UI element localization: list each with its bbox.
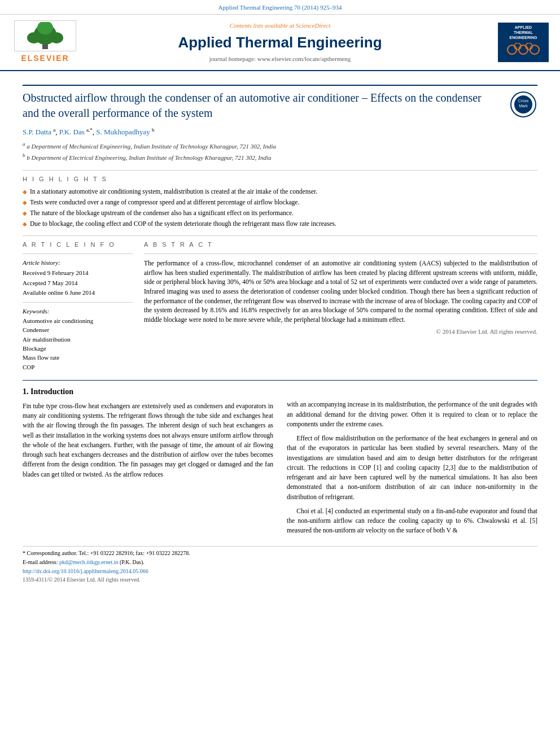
keyword-4: Blockage (23, 344, 133, 353)
highlights-rule (23, 235, 537, 236)
article-info-col: A R T I C L E I N F O Article history: R… (23, 241, 133, 373)
page-wrapper: Applied Thermal Engineering 70 (2014) 92… (0, 0, 560, 747)
affiliations: a a Department of Mechanical Engineering… (23, 141, 537, 162)
top-rule (23, 85, 537, 86)
intro-right-para-3: Choi et al. [4] conducted an experimenta… (287, 506, 537, 536)
svg-point-3 (50, 32, 63, 43)
article-info-header: A R T I C L E I N F O (23, 241, 133, 249)
keywords-rule (23, 302, 133, 303)
diamond-icon-4: ◆ (23, 220, 27, 228)
intro-right-para-2: Effect of flow maldistribution on the pe… (287, 434, 537, 502)
keyword-2: Condenser (23, 326, 133, 334)
abstract-header-rule (144, 254, 537, 254)
info-abstract-section: A R T I C L E I N F O Article history: R… (23, 241, 537, 373)
article-content: Obstructed airflow through the condenser… (0, 71, 560, 593)
corresponding-author-note: * Corresponding author. Tel.: +91 03222 … (23, 549, 537, 557)
article-title-section: Obstructed airflow through the condenser… (23, 90, 537, 121)
introduction-section: 1. Introduction Fin tube type cross-flow… (23, 386, 537, 540)
keyword-6: COP (23, 363, 133, 372)
crossmark-badge[interactable]: Cross Mark (509, 90, 537, 119)
highlight-item-2: ◆ Tests were conducted over a range of c… (23, 198, 537, 207)
affil-rule (23, 170, 537, 171)
info-header-rule (23, 254, 133, 254)
logo-circles (506, 43, 540, 60)
section-heading: 1. Introduction (23, 386, 273, 397)
journal-title-section: Contents lists available at ScienceDirec… (79, 21, 481, 64)
author-pk-das[interactable]: P.K. Das (59, 128, 85, 136)
keyword-3: Air maldistribution (23, 335, 133, 344)
received-date: Received 9 February 2014 (23, 269, 133, 277)
elsevier-label: ELSEVIER (21, 53, 69, 64)
svg-text:Mark: Mark (519, 104, 528, 108)
author-sp-datta[interactable]: S.P. Datta (23, 128, 51, 136)
abstract-header: A B S T R A C T (144, 241, 537, 249)
author-s-mukhopadhyay[interactable]: S. Mukhopadhyay (96, 128, 150, 136)
abstract-copyright: © 2014 Elsevier Ltd. All rights reserved… (144, 327, 537, 337)
accepted-date: Accepted 7 May 2014 (23, 279, 133, 287)
logo-title-text: APPLIEDTHERMALENGINEERING (509, 25, 537, 40)
svg-point-6 (519, 45, 528, 54)
elsevier-logo-section: ELSEVIER (11, 20, 79, 64)
article-title: Obstructed airflow through the condenser… (23, 90, 509, 121)
intro-right-text: with an accompanying increase in its mal… (287, 400, 537, 535)
intro-left-col: 1. Introduction Fin tube type cross-flow… (23, 386, 273, 540)
elsevier-image (14, 20, 76, 51)
section-divider (23, 380, 537, 381)
copyright-footer: 1359-4311/© 2014 Elsevier Ltd. All right… (23, 576, 537, 584)
highlight-item-3: ◆ The nature of the blockage upstream of… (23, 208, 537, 217)
diamond-icon-1: ◆ (23, 188, 27, 196)
journal-title: Applied Thermal Engineering (90, 32, 470, 53)
abstract-text: The performance of a cross-flow, microch… (144, 259, 537, 337)
journal-header: ELSEVIER Contents lists available at Sci… (0, 15, 560, 71)
diamond-icon-3: ◆ (23, 209, 27, 217)
email-link[interactable]: pkd@mech.iitkgp.ernet.in (59, 559, 118, 565)
highlights-section: H I G H L I G H T S ◆ In a stationary au… (23, 175, 537, 229)
intro-left-text: Fin tube type cross-flow heat exchangers… (23, 401, 273, 479)
svg-text:Cross: Cross (518, 99, 529, 103)
diamond-icon-2: ◆ (23, 199, 27, 207)
intro-para-1: Fin tube type cross-flow heat exchangers… (23, 401, 273, 479)
affiliation-a: a a Department of Mechanical Engineering… (23, 141, 537, 151)
doi-line[interactable]: http://dx.doi.org/10.1016/j.applthermale… (23, 567, 537, 575)
intro-right-col: with an accompanying increase in its mal… (287, 386, 537, 540)
keywords-label: Keywords: (23, 307, 133, 316)
highlight-item-1: ◆ In a stationary automotive air conditi… (23, 187, 537, 196)
svg-point-7 (530, 45, 539, 54)
footnote-divider (23, 546, 537, 547)
available-date: Available online 6 June 2014 (23, 289, 133, 297)
highlight-item-4: ◆ Due to blockage, the cooling effect an… (23, 219, 537, 228)
svg-point-5 (508, 45, 517, 54)
affiliation-b: b b Department of Electrical Engineering… (23, 152, 537, 162)
keyword-1: Automotive air conditioning (23, 317, 133, 325)
sciencedirect-label: ScienceDirect (296, 22, 330, 29)
abstract-col: A B S T R A C T The performance of a cro… (144, 241, 537, 373)
keyword-5: Mass flow rate (23, 353, 133, 362)
history-label: Article history: (23, 259, 133, 267)
abstract-paragraph: The performance of a cross-flow, microch… (144, 259, 537, 325)
sciencedirect-line: Contents lists available at ScienceDirec… (90, 21, 470, 30)
svg-point-2 (27, 32, 41, 43)
citation-text: Applied Thermal Engineering 70 (2014) 92… (218, 4, 342, 11)
intro-right-para-1: with an accompanying increase in its mal… (287, 400, 537, 429)
elsevier-logo: ELSEVIER (11, 20, 79, 64)
email-note: E-mail address: pkd@mech.iitkgp.ernet.in… (23, 558, 537, 566)
citation-bar: Applied Thermal Engineering 70 (2014) 92… (0, 0, 560, 15)
journal-url: journal homepage: www.elsevier.com/locat… (90, 55, 470, 63)
journal-logo-right-section: APPLIEDTHERMALENGINEERING (481, 23, 549, 62)
highlights-header: H I G H L I G H T S (23, 175, 537, 184)
journal-logo-right: APPLIEDTHERMALENGINEERING (498, 23, 549, 62)
authors-line: S.P. Datta a, P.K. Das a,*, S. Mukhopadh… (23, 126, 537, 138)
